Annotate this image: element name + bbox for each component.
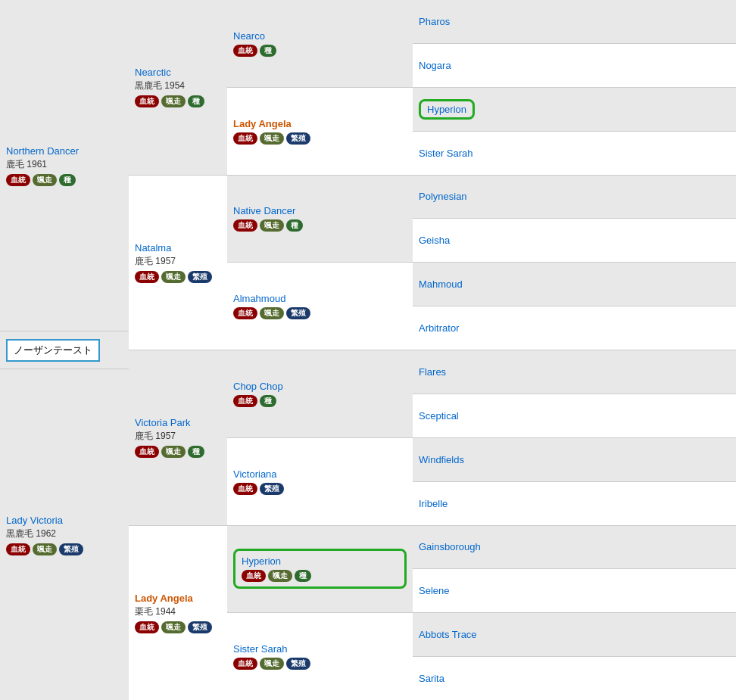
flares-link[interactable]: Flares [419,366,446,378]
badge-seed-1: 種 [59,174,76,186]
sarita-link[interactable]: Sarita [419,673,444,684]
northern-dancer-badges: 血統 颯走 種 [6,174,123,186]
sceptical-link[interactable]: Sceptical [419,410,459,422]
almahmoud-link[interactable]: Almahmoud [233,293,407,304]
lady-victoria-badges: 血統 颯走 繁殖 [6,543,123,555]
jp-label: ノーザンテースト [6,339,100,362]
nearco-link[interactable]: Nearco [233,30,407,42]
lady-angela-top-link[interactable]: Lady Angela [233,118,407,129]
lady-angela-bot-link[interactable]: Lady Angela [135,593,221,604]
native-dancer-link[interactable]: Native Dancer [233,205,407,216]
badge-blood-1: 血統 [6,174,30,186]
windfields-link[interactable]: Windfields [419,454,464,465]
nearctic-link[interactable]: Nearctic [135,67,221,78]
polynesian-link[interactable]: Polynesian [419,191,467,202]
badge-run-1: 颯走 [33,174,57,186]
lady-victoria-info: 黒鹿毛 1962 [6,527,123,540]
sister-sarah-col3-link[interactable]: Sister Sarah [233,643,407,655]
northern-dancer-link[interactable]: Northern Dancer [6,145,123,157]
selene-link[interactable]: Selene [419,585,449,596]
geisha-link[interactable]: Geisha [419,235,450,246]
iribelle-link[interactable]: Iribelle [419,498,448,509]
sister-sarah-col4-link[interactable]: Sister Sarah [419,148,473,159]
northern-dancer-info: 鹿毛 1961 [6,158,123,171]
hyperion-col3-link[interactable]: Hyperion [242,555,281,567]
mahmoud-link[interactable]: Mahmoud [419,278,463,290]
chop-chop-link[interactable]: Chop Chop [233,381,407,392]
nogara-link[interactable]: Nogara [419,60,451,71]
natalma-link[interactable]: Natalma [135,242,221,254]
hyperion-col4-link[interactable]: Hyperion [427,104,466,115]
gainsborough-link[interactable]: Gainsborough [419,541,481,552]
abbots-trace-link[interactable]: Abbots Trace [419,629,477,640]
victoriana-link[interactable]: Victoriana [233,468,407,480]
arbitrator-link[interactable]: Arbitrator [419,322,459,334]
lady-victoria-link[interactable]: Lady Victoria [6,515,123,526]
pharos-link[interactable]: Pharos [419,16,450,27]
victoria-park-link[interactable]: Victoria Park [135,417,221,428]
